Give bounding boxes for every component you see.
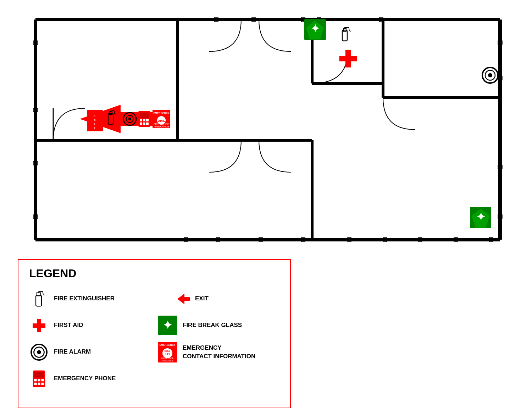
svg-rect-109 <box>41 382 44 385</box>
legend-label-firstaid: FIRST AID <box>54 322 83 329</box>
legend-title: LEGEND <box>29 267 279 280</box>
floor-plan-page: E X I T <box>0 0 532 420</box>
svg-text:✚: ✚ <box>338 47 357 72</box>
legend-item-firstaid: FIRST AID <box>29 316 151 335</box>
svg-text:EMERGENCY: EMERGENCY <box>153 112 169 114</box>
breakglass-icon: ✦ <box>158 316 177 335</box>
svg-text:✦: ✦ <box>163 319 172 332</box>
svg-rect-105 <box>38 379 40 381</box>
svg-rect-61 <box>140 122 142 125</box>
svg-text:T: T <box>94 126 96 130</box>
legend-label-extinguisher: FIRE EXTINGUISHER <box>54 295 115 302</box>
svg-text:X: X <box>94 118 96 122</box>
svg-rect-60 <box>146 119 149 121</box>
emergency-icon: EMERGENCY DIAL 911 FIRE·POLICE AMBULANCE <box>158 342 177 362</box>
svg-text:911: 911 <box>165 352 170 356</box>
svg-rect-106 <box>41 379 44 381</box>
svg-text:EMERGENCY: EMERGENCY <box>159 344 175 346</box>
svg-marker-110 <box>177 294 190 304</box>
legend-item-exit: EXIT <box>158 289 279 309</box>
alarm-icon <box>29 342 49 362</box>
svg-rect-104 <box>34 379 37 381</box>
floor-plan-svg: E X I T <box>11 5 521 254</box>
phone-icon <box>29 369 49 388</box>
svg-point-55 <box>128 118 131 120</box>
legend-label-emergency: EMERGENCYCONTACT INFORMATION <box>183 344 255 361</box>
svg-text:✦: ✦ <box>311 23 320 34</box>
svg-rect-70 <box>342 30 347 41</box>
legend-item-extinguisher: FIRE EXTINGUISHER <box>29 289 151 309</box>
svg-rect-108 <box>38 382 40 385</box>
svg-text:DIAL: DIAL <box>158 119 165 122</box>
svg-rect-63 <box>146 122 149 125</box>
svg-rect-107 <box>34 382 37 385</box>
svg-point-101 <box>37 350 41 354</box>
legend-label-exit: EXIT <box>195 295 209 302</box>
svg-text:✦: ✦ <box>476 211 485 223</box>
extinguisher-icon <box>29 289 49 309</box>
svg-rect-62 <box>143 122 145 125</box>
svg-rect-58 <box>140 119 142 121</box>
svg-text:AMBULANCE: AMBULANCE <box>154 125 169 128</box>
firstaid-icon <box>29 316 49 335</box>
legend-box: LEGEND FIRE <box>18 259 291 408</box>
svg-rect-103 <box>34 372 44 377</box>
svg-text:DIAL: DIAL <box>165 350 171 352</box>
svg-text:AMBULANCE: AMBULANCE <box>161 360 174 362</box>
svg-rect-57 <box>140 113 149 118</box>
legend-item-phone: EMERGENCY PHONE <box>29 369 151 388</box>
legend-label-breakglass: FIRE BREAK GLASS <box>183 322 242 329</box>
svg-text:E: E <box>94 114 96 118</box>
legend-label-alarm: FIRE ALARM <box>54 348 91 355</box>
svg-text:FIRE·POLICE: FIRE·POLICE <box>161 357 174 359</box>
svg-rect-98 <box>33 323 45 328</box>
legend-item-alarm: FIRE ALARM <box>29 342 151 362</box>
legend-grid: FIRE EXTINGUISHER FIRST AID <box>29 289 279 388</box>
svg-text:I: I <box>94 122 95 126</box>
legend-item-emergency: EMERGENCY DIAL 911 FIRE·POLICE AMBULANCE… <box>158 342 279 362</box>
svg-point-90 <box>488 73 492 77</box>
legend-item-breakglass: ✦ FIRE BREAK GLASS <box>158 316 279 335</box>
legend-label-phone: EMERGENCY PHONE <box>54 375 116 382</box>
svg-rect-59 <box>143 119 145 121</box>
svg-line-75 <box>349 29 350 32</box>
svg-text:FIRE·POLICE: FIRE·POLICE <box>154 123 169 125</box>
legend-column-left: FIRE EXTINGUISHER FIRST AID <box>29 289 151 388</box>
exit-icon <box>158 289 190 309</box>
svg-rect-91 <box>36 295 41 306</box>
legend-column-right: EXIT ✦ FIRE BREAK GLASS <box>158 289 279 388</box>
svg-line-96 <box>43 293 44 295</box>
